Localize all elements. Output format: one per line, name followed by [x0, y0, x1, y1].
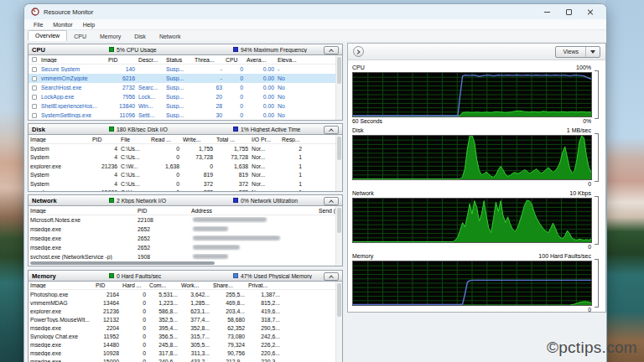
scrollbar-thumb[interactable] — [337, 283, 341, 317]
cpu-section-header[interactable]: CPU 5% CPU Usage 94% Maximum Frequency — [28, 44, 343, 55]
network-collapse-button[interactable] — [324, 197, 339, 205]
cpu-table-scrollbar[interactable] — [335, 55, 342, 120]
table-row[interactable]: svchost.exe (NetworkService -p)1908 — [29, 252, 335, 261]
table-row[interactable]: System4C:\Us...0819819Nor...1 — [29, 171, 335, 180]
table-row[interactable]: explorer.exe212360586,8...623,1...203,4.… — [29, 307, 335, 315]
menu-file[interactable]: File — [29, 21, 48, 28]
memory-collapse-button[interactable] — [324, 272, 339, 281]
table-cell: 0.00 — [245, 103, 276, 109]
maximize-button[interactable] — [558, 4, 579, 19]
table-cell: 240,6... — [148, 359, 179, 362]
table-row[interactable]: vmmemMDAG1346401,223...1,285...469,8...8… — [29, 298, 335, 307]
table-row[interactable]: Photoshop.exe216405,531...3,642...255,5.… — [29, 290, 335, 298]
menu-help[interactable]: Help — [78, 21, 100, 28]
table-row[interactable]: SystemSettings.exe11096Setti...Susp...30… — [29, 111, 335, 120]
row-checkbox[interactable] — [29, 76, 39, 81]
table-cell: 1 — [280, 172, 304, 178]
row-checkbox[interactable] — [29, 95, 39, 100]
tab-memory[interactable]: Memory — [93, 32, 127, 41]
table-row[interactable]: System4C:\Us...0372372Nor...1 — [29, 179, 335, 189]
column-header[interactable]: Image — [29, 137, 91, 142]
table-row[interactable]: msedge.exe2652 — [29, 234, 335, 243]
table-row[interactable]: msedge.exe150000240,6...433,2...212,9...… — [29, 357, 335, 362]
collapse-graphs-button[interactable] — [353, 46, 364, 57]
views-button[interactable]: Views — [555, 46, 600, 58]
table-row[interactable]: vmmemCmZygote6216Susp...-00.00No — [29, 74, 335, 83]
table-row[interactable]: msedge.exe109280317,8...311,3...90,75622… — [29, 349, 335, 357]
tab-overview[interactable]: Overview — [28, 30, 67, 41]
scrollbar-thumb[interactable] — [337, 57, 341, 84]
table-row[interactable]: Synology Chat.exe119520356,5...315,7...7… — [29, 332, 335, 340]
column-header[interactable]: Image — [29, 282, 94, 288]
table-row[interactable]: msedge.exe15000C:\Us...0372372Nor...1 — [29, 189, 335, 192]
column-header[interactable]: PID — [106, 57, 137, 63]
chevron-up-icon — [329, 276, 334, 281]
column-header[interactable]: PID — [94, 282, 121, 288]
table-cell: 819 — [181, 172, 215, 178]
column-header[interactable]: PID — [136, 208, 190, 214]
scrollbar-thumb[interactable] — [337, 208, 341, 233]
table-row[interactable]: PowerToys.MouseWit...121320352,5...377,4… — [29, 315, 335, 323]
table-row[interactable]: LockApp.exe7956Lock...Susp...2000.00No — [29, 92, 335, 101]
table-row[interactable]: explorer.exe21236C:\W...1,63801,638Nor..… — [29, 162, 335, 171]
column-header[interactable]: File — [119, 137, 149, 142]
menu-monitor[interactable]: Monitor — [48, 21, 77, 28]
column-header[interactable]: Work... — [179, 282, 211, 288]
table-cell: svchost.exe (NetworkService -p) — [29, 254, 136, 260]
column-header[interactable]: Threa... — [193, 57, 224, 63]
column-header[interactable]: Write... — [181, 137, 215, 142]
column-header[interactable]: I/O Pr... — [250, 137, 280, 142]
column-header[interactable]: Privat... — [247, 282, 282, 288]
tab-disk[interactable]: Disk — [127, 32, 153, 41]
scrollbar-thumb[interactable] — [337, 137, 341, 160]
column-header[interactable]: Status — [164, 57, 193, 63]
table-row[interactable]: ShellExperienceHos...13840Win...Susp...2… — [29, 101, 335, 111]
column-header[interactable]: CPU — [224, 57, 245, 63]
column-header[interactable]: Share... — [211, 282, 247, 288]
cpu-collapse-button[interactable] — [324, 46, 339, 54]
table-row[interactable]: System4C:\Us...01,7551,755Nor...2 — [29, 144, 335, 153]
row-checkbox[interactable] — [29, 104, 39, 109]
table-row[interactable]: msedge.exe144800245,8...305,5...79,32422… — [29, 340, 335, 349]
memory-section-header[interactable]: Memory 0 Hard Faults/sec 47% Used Physic… — [28, 270, 343, 282]
table-row[interactable]: Microsoft.Notes.exe22108 — [29, 215, 335, 225]
table-cell: 73,080 — [211, 334, 247, 339]
column-header[interactable]: Address — [190, 208, 317, 214]
column-header[interactable]: Avera... — [245, 57, 276, 63]
table-row[interactable]: Secure System140Susp...-00.00- — [29, 65, 335, 74]
column-header[interactable]: Read ... — [149, 137, 181, 142]
column-header[interactable]: Resp... — [280, 137, 304, 142]
table-row[interactable]: msedge.exe2652 — [29, 243, 335, 252]
table-cell: 0 — [121, 350, 148, 356]
network-table-scrollbar[interactable] — [335, 206, 342, 266]
column-header[interactable]: Image — [39, 57, 106, 63]
tab-network[interactable]: Network — [153, 32, 188, 41]
disk-collapse-button[interactable] — [324, 126, 339, 134]
network-table-hscrollbar[interactable] — [30, 261, 215, 265]
row-checkbox[interactable] — [29, 85, 39, 90]
network-graph — [352, 198, 592, 243]
column-header[interactable]: PID — [91, 137, 119, 142]
column-header[interactable]: Descr... — [137, 57, 164, 63]
disk-section-header[interactable]: Disk 180 KB/sec Disk I/O 1% Highest Acti… — [28, 123, 343, 135]
table-row[interactable]: msedge.exe2652 — [29, 225, 335, 234]
column-header[interactable]: Total ... — [215, 137, 250, 142]
close-button[interactable] — [579, 4, 601, 19]
column-header[interactable]: Eleva... — [276, 57, 301, 63]
row-checkbox[interactable] — [29, 67, 39, 72]
disk-table-scrollbar[interactable] — [335, 135, 342, 191]
table-cell: 1,387... — [247, 292, 282, 297]
table-row[interactable]: SearchHost.exe2732Searc...Susp...6300.00… — [29, 83, 335, 92]
column-header[interactable]: Image — [29, 208, 136, 214]
column-header[interactable]: Send (B — [317, 208, 335, 214]
network-section-header[interactable]: Network 2 Kbps Network I/O 0% Network Ut… — [28, 194, 343, 206]
tab-cpu[interactable]: CPU — [67, 32, 93, 41]
column-header[interactable]: Com... — [148, 282, 179, 288]
table-row[interactable]: System4C:\Us...073,72873,728Nor...1 — [29, 153, 335, 163]
row-checkbox[interactable] — [29, 113, 39, 118]
minimize-button[interactable] — [536, 4, 558, 19]
memory-table-scrollbar[interactable] — [335, 282, 342, 362]
row-checkbox[interactable] — [29, 57, 39, 62]
table-row[interactable]: msedge.exe22040395,4...352,8...62,352290… — [29, 323, 335, 332]
column-header[interactable]: Hard ... — [121, 282, 148, 288]
